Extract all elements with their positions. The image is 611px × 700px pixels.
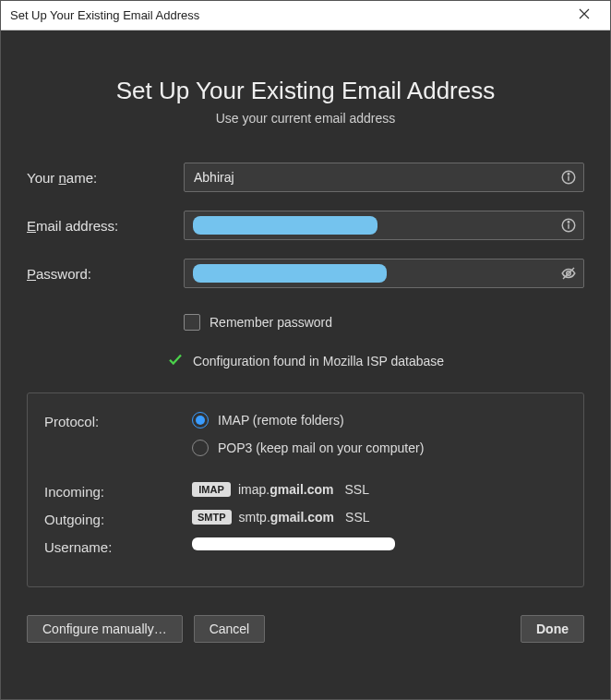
protocol-label: Protocol: [44,412,192,429]
username-redaction [192,537,395,550]
imap-option-label: IMAP (remote folders) [218,413,344,428]
settings-panel: Protocol: IMAP (remote folders) POP3 (ke… [27,392,584,587]
remember-label: Remember password [210,315,332,330]
email-redaction [193,216,377,235]
info-icon[interactable] [560,169,577,186]
username-value [192,537,395,550]
username-label: Username: [44,537,192,555]
titlebar: Set Up Your Existing Email Address [1,1,610,30]
config-status-text: Configuration found in Mozilla ISP datab… [193,354,444,368]
ssl-label: SSL [345,510,369,525]
svg-point-5 [568,222,569,223]
close-button[interactable] [566,3,603,29]
close-icon [579,8,590,22]
page-subtitle: Use your current email address [27,111,584,126]
name-label: Your name: [27,170,184,186]
outgoing-label: Outgoing: [44,510,192,527]
password-label: Password: [27,266,184,282]
check-icon [167,351,184,370]
configure-manually-button[interactable]: Configure manually… [27,615,183,643]
name-row: Your name: [27,163,584,192]
setup-dialog: Set Up Your Existing Email Address Set U… [0,0,611,700]
protocol-pop3-option[interactable]: POP3 (keep mail on your computer) [192,440,424,456]
name-input[interactable] [184,163,584,192]
button-bar: Configure manually… Cancel Done [27,615,584,643]
eye-off-icon[interactable] [560,265,577,282]
incoming-label: Incoming: [44,482,192,500]
done-button[interactable]: Done [521,615,584,643]
remember-password-row[interactable]: Remember password [184,314,584,331]
password-row: Password: [27,259,584,288]
email-row: Email address: [27,211,584,240]
outgoing-value: SMTP smtp.gmail.com SSL [192,510,370,525]
remember-checkbox[interactable] [184,314,200,331]
ssl-label: SSL [344,482,368,497]
cancel-button[interactable]: Cancel [194,615,266,643]
config-status: Configuration found in Mozilla ISP datab… [27,351,584,370]
incoming-value: IMAP imap.gmail.com SSL [192,482,369,497]
password-redaction [193,264,387,283]
window-title: Set Up Your Existing Email Address [10,8,566,22]
radio-selected-icon [192,412,209,428]
smtp-badge: SMTP [192,510,232,525]
imap-badge: IMAP [192,482,231,497]
protocol-imap-option[interactable]: IMAP (remote folders) [192,412,424,428]
svg-point-2 [568,174,569,175]
page-title: Set Up Your Existing Email Address [27,77,584,105]
email-label: Email address: [27,218,184,234]
info-icon[interactable] [560,217,577,234]
radio-icon [192,440,209,456]
pop3-option-label: POP3 (keep mail on your computer) [218,441,424,455]
